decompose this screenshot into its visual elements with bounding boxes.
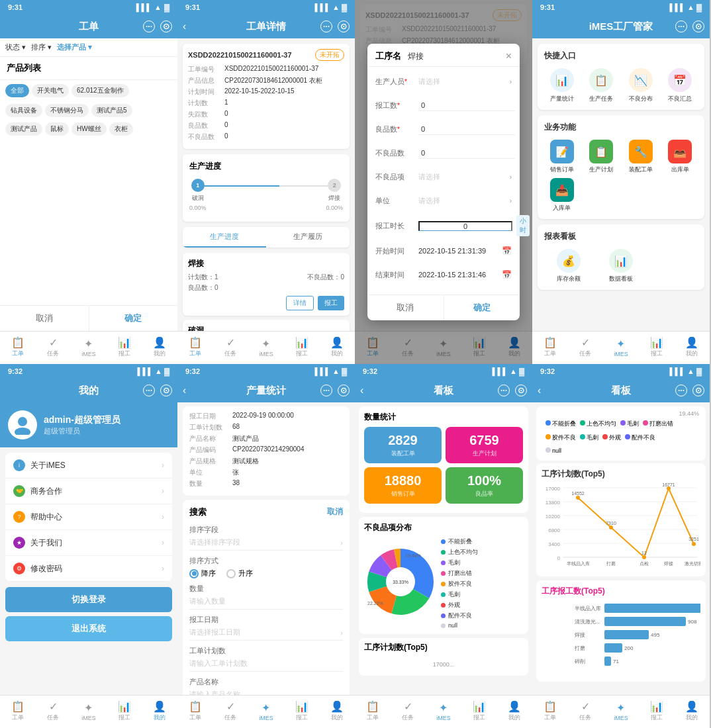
- switch-login-btn[interactable]: 切换登录: [5, 587, 172, 612]
- menu-password[interactable]: ⚙ 修改密码 ›: [5, 556, 172, 582]
- tab-workorder-1[interactable]: 📋 工单: [0, 332, 36, 364]
- modal-input-defect[interactable]: [418, 148, 515, 159]
- quick-item-defect-sum[interactable]: 📅 不良汇总: [663, 68, 698, 103]
- scan-icon-5[interactable]: ⊙: [160, 385, 172, 396]
- tab-my-5[interactable]: 👤我的: [142, 696, 177, 728]
- tab-my-1[interactable]: 👤 我的: [142, 332, 177, 364]
- more-icon-2[interactable]: ···: [320, 21, 332, 32]
- panel-cancel-btn[interactable]: 取消: [0, 306, 89, 331]
- tab-my-8[interactable]: 👤我的: [674, 696, 710, 728]
- modal-hours-input[interactable]: [418, 221, 512, 231]
- tab-report-7[interactable]: 📊报工: [461, 696, 497, 728]
- tab-wo-4[interactable]: 📋工单: [532, 332, 568, 364]
- tag-electrical[interactable]: 开关电气: [32, 84, 69, 97]
- tag-wardrobe[interactable]: 衣柜: [109, 122, 133, 136]
- more-icon-5[interactable]: ···: [143, 385, 155, 396]
- tag-steel[interactable]: 不锈钢分马: [45, 104, 89, 117]
- weld-report-btn[interactable]: 报工: [318, 296, 344, 310]
- tab-imes-1[interactable]: ✦ iMES: [71, 332, 107, 364]
- quick-item-task[interactable]: 📋 生产任务: [584, 68, 620, 103]
- tab-report-5[interactable]: 📊报工: [107, 696, 142, 728]
- tab-report-6[interactable]: 📊报工: [284, 696, 320, 728]
- tab-report-8[interactable]: 📊报工: [639, 696, 675, 728]
- menu-about-us[interactable]: ★ 关于我们 ›: [5, 530, 172, 556]
- report-dashboard[interactable]: 📊 数据看板: [596, 249, 645, 283]
- tag-mouse[interactable]: 鼠标: [45, 122, 69, 136]
- radio-asc[interactable]: 升序: [226, 569, 253, 578]
- modal-select-worker[interactable]: 请选择 ›: [418, 77, 512, 87]
- tag-hardware[interactable]: 62.012五金制作: [71, 84, 129, 97]
- scan-icon-1[interactable]: ⊙: [160, 21, 172, 32]
- modal-input-count[interactable]: [418, 100, 515, 111]
- tab-wo-6[interactable]: 📋工单: [177, 696, 213, 728]
- modal-input-good[interactable]: [418, 124, 515, 135]
- more-icon-4[interactable]: ···: [675, 21, 687, 32]
- scan-icon-8[interactable]: ⊙: [692, 385, 704, 396]
- tab-report-4[interactable]: 📊报工: [639, 332, 675, 364]
- quick-item-yield[interactable]: 📊 产量统计: [544, 68, 580, 103]
- func-outbound[interactable]: 📤 出库单: [663, 140, 698, 174]
- modal-close-btn[interactable]: ×: [506, 50, 512, 62]
- tag-all[interactable]: 全部: [5, 84, 29, 97]
- tab-my-7[interactable]: 👤我的: [497, 696, 532, 728]
- plan-count-input[interactable]: 请输入工单计划数: [189, 659, 343, 672]
- func-inbound[interactable]: 📥 入库单: [544, 178, 580, 212]
- tab-my-6[interactable]: 👤我的: [319, 696, 355, 728]
- tab-task-2[interactable]: ✓任务: [213, 332, 249, 364]
- tab-imes-7[interactable]: ✦iMES: [426, 696, 461, 728]
- tab-imes-8[interactable]: ✦iMES: [603, 696, 639, 728]
- filter-product[interactable]: 选择产品 ▾: [57, 42, 92, 52]
- tab-task-8[interactable]: ✓任务: [568, 696, 604, 728]
- tab-history[interactable]: 生产履历: [266, 227, 350, 248]
- tab-imes-5[interactable]: ✦iMES: [71, 696, 107, 728]
- radio-desc[interactable]: 降序: [189, 569, 216, 578]
- report-inventory[interactable]: 💰 库存余额: [544, 249, 592, 283]
- tab-imes-6[interactable]: ✦iMES: [248, 696, 284, 728]
- tab-wo-8[interactable]: 📋工单: [532, 696, 568, 728]
- back-btn-6[interactable]: ‹: [183, 385, 186, 396]
- qty-input[interactable]: 请输入数量: [189, 596, 343, 610]
- quick-item-defect-dist[interactable]: 📉 不良分布: [623, 68, 659, 103]
- tab-my-2[interactable]: 👤我的: [319, 332, 355, 364]
- tab-report-1[interactable]: 📊 报工: [107, 332, 142, 364]
- calendar-icon-start[interactable]: 📅: [502, 246, 512, 255]
- logout-btn[interactable]: 退出系统: [5, 616, 172, 641]
- menu-about-imes[interactable]: i 关于iMES ›: [5, 453, 172, 478]
- func-sales[interactable]: 📝 销售订单: [544, 140, 580, 174]
- more-icon-8[interactable]: ···: [675, 385, 687, 396]
- tab-imes-4[interactable]: ✦iMES: [603, 332, 639, 364]
- func-assembly[interactable]: 🔧 装配工单: [623, 140, 659, 174]
- menu-business[interactable]: 🤝 商务合作 ›: [5, 478, 172, 504]
- filter-sort[interactable]: 排序 ▾: [31, 42, 52, 52]
- tag-test5[interactable]: 测试产品5: [91, 104, 132, 117]
- scan-icon-6[interactable]: ⊙: [338, 385, 350, 396]
- scan-icon-2[interactable]: ⊙: [338, 21, 350, 32]
- scan-icon-4[interactable]: ⊙: [692, 21, 704, 32]
- more-icon-7[interactable]: ···: [498, 385, 510, 396]
- product-name-input[interactable]: 请输入产品名称: [189, 690, 343, 695]
- modal-cancel-btn[interactable]: 取消: [367, 295, 444, 320]
- more-icon-1[interactable]: ···: [143, 21, 155, 32]
- search-cancel-btn[interactable]: 取消: [327, 506, 343, 518]
- tab-task-6[interactable]: ✓任务: [213, 696, 249, 728]
- modal-select-defect[interactable]: 请选择 ›: [418, 172, 512, 182]
- tag-drill[interactable]: 钻具设备: [5, 104, 42, 117]
- filter-state[interactable]: 状态 ▾: [5, 42, 26, 52]
- tab-wo-5[interactable]: 📋工单: [0, 696, 36, 728]
- modal-confirm-btn[interactable]: 确定: [444, 295, 520, 320]
- tag-test[interactable]: 测试产品: [5, 122, 42, 136]
- tab-imes-2[interactable]: ✦iMES: [248, 332, 284, 364]
- tab-wo-2[interactable]: 📋工单: [177, 332, 213, 364]
- calendar-icon-end[interactable]: 📅: [502, 270, 512, 279]
- panel-confirm-btn[interactable]: 确定: [89, 306, 178, 331]
- tab-wo-7[interactable]: 📋工单: [355, 696, 391, 728]
- tab-task-7[interactable]: ✓任务: [391, 696, 426, 728]
- scan-icon-7[interactable]: ⊙: [515, 385, 527, 396]
- modal-select-unit[interactable]: 请选择 ›: [418, 196, 512, 206]
- menu-help[interactable]: ? 帮助中心 ›: [5, 504, 172, 530]
- tab-task-5[interactable]: ✓任务: [36, 696, 71, 728]
- back-btn-2[interactable]: ‹: [183, 21, 186, 32]
- tab-report-2[interactable]: 📊报工: [284, 332, 320, 364]
- tab-task-1[interactable]: ✓ 任务: [36, 332, 71, 364]
- tab-progress[interactable]: 生产进度: [183, 227, 266, 248]
